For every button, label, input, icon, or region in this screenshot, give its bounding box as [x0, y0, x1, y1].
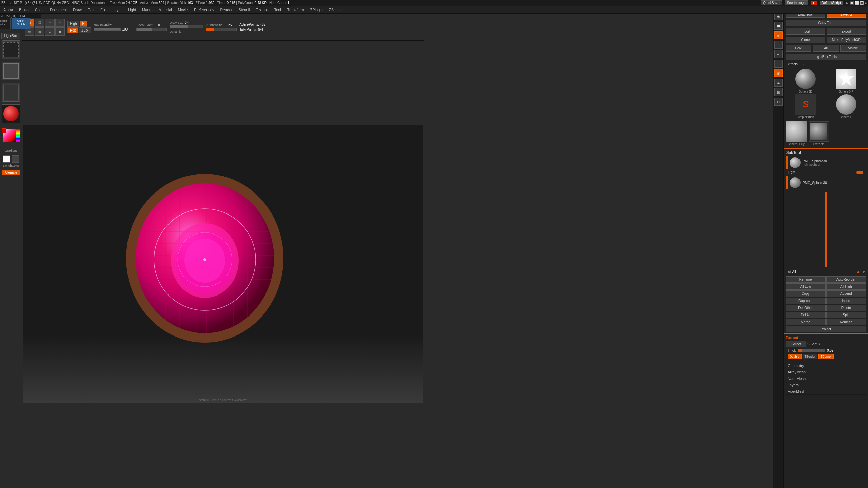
move-mode-button[interactable]: ↔ [45, 19, 55, 27]
project-button[interactable]: Project [786, 326, 866, 332]
side-icon-7[interactable]: + [774, 60, 783, 68]
delete-button[interactable]: Delete [826, 305, 866, 311]
side-icon-11[interactable]: ⊡ [774, 98, 783, 106]
del-all-button[interactable]: Del All [786, 312, 826, 318]
menu-edit[interactable]: Edit [86, 7, 96, 13]
menu-light[interactable]: Light [126, 7, 137, 13]
side-icon-6[interactable]: ≡ [774, 50, 783, 58]
double-button[interactable]: Double [788, 354, 802, 359]
tcorner-button[interactable]: TCorner [818, 354, 834, 359]
goz-button[interactable]: GoZ [786, 45, 811, 52]
menu-document[interactable]: Document [48, 7, 68, 13]
rotate-mode-button[interactable]: ↻ [55, 19, 65, 27]
all-button[interactable]: All [813, 45, 839, 52]
menu-render[interactable]: Render [219, 7, 234, 13]
all-high-button[interactable]: All High [826, 283, 866, 290]
visible-button[interactable]: Visible [840, 45, 866, 52]
append-button[interactable]: Append [826, 290, 866, 297]
menu-color[interactable]: Color [34, 7, 45, 13]
copy-tool-button[interactable]: Copy Tool [786, 20, 866, 26]
rgb-button[interactable]: Rgb [67, 27, 78, 33]
layers-item[interactable]: Layers [786, 382, 866, 388]
sphere-item-1[interactable]: Sphere3D [786, 69, 825, 93]
menu-alpha[interactable]: Alpha [2, 7, 14, 13]
list-down-arrow[interactable]: ▼ [861, 269, 866, 274]
z-slider[interactable] [206, 28, 237, 31]
remesh-button[interactable]: Remesh [826, 319, 866, 325]
side-icon-10[interactable]: ⊞ [774, 88, 783, 96]
brush-preview-solid[interactable] [2, 62, 20, 80]
menu-transform[interactable]: Transform [286, 7, 305, 13]
zcol-button[interactable]: ZCol [79, 27, 91, 33]
fiber-mesh-item[interactable]: FiberMesh [786, 388, 866, 395]
clone-button[interactable]: Clone [786, 37, 825, 43]
make-polymesh-button[interactable]: Make PolyMesh3D [827, 37, 866, 43]
menu-zscript[interactable]: ZScript [328, 7, 342, 13]
del-other-button[interactable]: Del Other [786, 305, 826, 311]
see-through-toggle[interactable]: See-through [785, 0, 808, 5]
lightbox-tools-button[interactable]: LightBox Tools [786, 54, 866, 60]
sculpt-button[interactable]: ⊙ [45, 27, 55, 36]
sphere-item-5[interactable]: SphereO Cyl [786, 121, 807, 146]
menu-layer[interactable]: Layer [111, 7, 123, 13]
sphere-item-3[interactable]: S SimpleBrush [786, 94, 825, 119]
menu-texture[interactable]: Texture [255, 7, 270, 13]
side-icon-8[interactable]: ▣ [774, 69, 783, 77]
alternate-button[interactable]: Alternate [2, 170, 20, 175]
extract-button[interactable]: Extract [786, 341, 806, 347]
brush-preview-empty1[interactable] [2, 83, 20, 102]
list-up-arrow[interactable]: ▲ [856, 269, 861, 274]
menu-brush[interactable]: Brush [18, 7, 30, 13]
auto-reorder-button[interactable]: AutoReorder [826, 276, 866, 283]
low-button[interactable]: H [80, 21, 87, 27]
split-button[interactable]: Split [826, 312, 866, 318]
draw-size-slider[interactable] [170, 25, 203, 28]
sphere-item-4[interactable]: Sphere O [826, 94, 866, 119]
rgb-intensity-slider[interactable] [94, 28, 121, 30]
focal-slider[interactable] [136, 28, 167, 31]
geometry-item[interactable]: Geometry [786, 363, 866, 369]
menu-draw[interactable]: Draw [72, 7, 83, 13]
high-button[interactable]: High [67, 21, 79, 27]
menu-tool[interactable]: Tool [273, 7, 282, 13]
lightbox-button[interactable]: LightBox [1, 33, 21, 39]
brush-preview-red[interactable] [2, 104, 20, 123]
thick-slider[interactable] [798, 349, 825, 352]
import-button[interactable]: Import [786, 28, 825, 35]
subtool-item-2[interactable]: PMG_Sphere30 [786, 176, 865, 189]
quicksave-button[interactable]: QuickSave [761, 0, 782, 5]
all-low-button[interactable]: All Low [786, 283, 826, 290]
sphere-item-2[interactable]: SphereD P [826, 69, 866, 93]
sphere-item-6[interactable]: Extracts [809, 121, 829, 146]
render-button[interactable]: ▣ [55, 27, 65, 36]
erase-mode-button[interactable]: ☐ [35, 19, 44, 27]
foreground-color-swatch[interactable] [3, 155, 10, 163]
menu-macro[interactable]: Macro [141, 7, 154, 13]
scale-button[interactable]: ⊞ [35, 27, 44, 36]
side-icon-9[interactable]: ◈ [774, 79, 783, 87]
default-script-btn[interactable]: DefaultScript [820, 1, 843, 5]
export-button[interactable]: Export [827, 28, 866, 35]
menu-file[interactable]: File [99, 7, 108, 13]
duplicate-button[interactable]: Duplicate [786, 298, 826, 304]
side-icon-4[interactable]: ■ [774, 31, 783, 39]
menu-movie[interactable]: Movie [177, 7, 189, 13]
merge-button[interactable]: Merge [786, 319, 826, 325]
menu-stencil[interactable]: Stencil [237, 7, 251, 13]
insert-button[interactable]: Insert [826, 298, 866, 304]
hue-strip[interactable] [16, 129, 20, 142]
menu-preferences[interactable]: Preferences [193, 7, 215, 13]
brush-preview-dashed[interactable] [2, 40, 20, 59]
menu-zplugin[interactable]: ZPlugin [309, 7, 324, 13]
poly-toggle[interactable] [856, 171, 863, 174]
viewport[interactable]: SCROLL OR DRAG TO NAVIGATE [23, 125, 423, 403]
background-color-swatch[interactable] [12, 155, 19, 163]
tborder-button[interactable]: TBorder [803, 354, 818, 359]
rename-button[interactable]: Rename [786, 276, 826, 283]
menu-material[interactable]: Material [157, 7, 173, 13]
side-icon-3[interactable]: 🔲 [774, 22, 783, 30]
array-mesh-item[interactable]: ArrayMesh [786, 369, 866, 375]
nano-mesh-item[interactable]: NanoMesh [786, 375, 866, 382]
side-icon-5[interactable]: ⋮ [774, 41, 783, 49]
color-picker-area[interactable] [2, 128, 20, 147]
